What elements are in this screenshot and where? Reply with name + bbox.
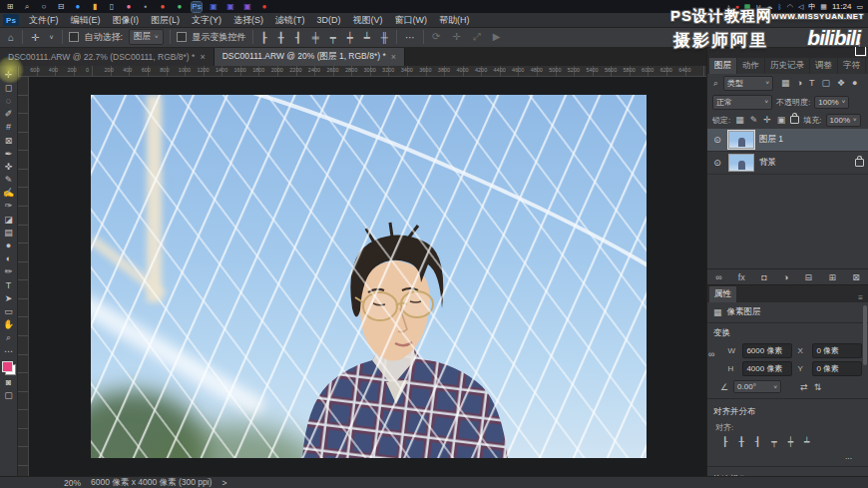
- align-bottom-icon[interactable]: ┷: [362, 32, 372, 43]
- layer-thumbnail[interactable]: [728, 131, 754, 149]
- close-tab-icon[interactable]: ×: [200, 52, 205, 62]
- distribute-v-icon[interactable]: ╫: [379, 32, 390, 43]
- menu-item[interactable]: 文字(Y): [186, 13, 227, 27]
- layer-row-background[interactable]: ⊙ 背景: [707, 152, 868, 175]
- healing-brush-tool[interactable]: ✜: [1, 160, 17, 173]
- tab-history[interactable]: 历史记录: [765, 58, 809, 74]
- menu-item[interactable]: 视图(V): [347, 13, 389, 27]
- adjustment-filter-icon[interactable]: ◑: [796, 78, 803, 88]
- x-field[interactable]: 0 像素: [812, 343, 862, 358]
- filter-toggle-icon[interactable]: ●: [851, 78, 858, 88]
- app-gray-icon[interactable]: ▪: [141, 2, 151, 12]
- menu-item[interactable]: 3D(D): [311, 13, 347, 27]
- layer-name[interactable]: 图层 1: [759, 134, 783, 146]
- y-field[interactable]: 0 像素: [812, 361, 862, 376]
- tab-adjustments[interactable]: 调整: [810, 58, 837, 74]
- visibility-eye-icon[interactable]: ⊙: [711, 158, 723, 168]
- hand-tool[interactable]: ✋: [1, 318, 17, 331]
- app-violet-icon[interactable]: ▣: [242, 2, 252, 12]
- fill-dropdown[interactable]: 100% ˅: [826, 114, 861, 127]
- layer-mask-icon[interactable]: ◘: [761, 272, 766, 282]
- visibility-eye-icon[interactable]: ⊙: [711, 135, 723, 145]
- orbit-3d-icon[interactable]: ⟳: [430, 31, 442, 43]
- search-icon[interactable]: ⌕: [22, 2, 32, 12]
- height-field[interactable]: 4000 像素: [742, 361, 792, 376]
- menu-item[interactable]: 滤镜(T): [269, 13, 311, 27]
- menu-item[interactable]: 文件(F): [23, 13, 65, 27]
- history-brush-tool[interactable]: ✑: [1, 200, 17, 213]
- home-icon[interactable]: ⌂: [6, 32, 16, 43]
- clone-stamp-tool[interactable]: ✍: [1, 187, 17, 200]
- align-bottom-icon[interactable]: ┷: [803, 437, 810, 447]
- zoom-tool[interactable]: ⌕: [1, 331, 17, 344]
- menu-item[interactable]: 帮助(H): [433, 13, 476, 27]
- layer-thumbnail[interactable]: [728, 154, 754, 172]
- layer-name[interactable]: 背景: [759, 157, 776, 169]
- align-more-button[interactable]: ...: [845, 451, 852, 461]
- filter-type-dropdown[interactable]: 类型 ˅: [723, 76, 773, 91]
- link-layers-icon[interactable]: ∞: [715, 272, 721, 282]
- task-view-icon[interactable]: ⊟: [56, 2, 66, 12]
- crop-tool[interactable]: #: [1, 121, 17, 134]
- app-pink-icon[interactable]: ●: [124, 2, 134, 12]
- chevron-down-icon[interactable]: ˅: [47, 34, 55, 41]
- edge-browser-icon[interactable]: ●: [73, 2, 83, 12]
- document-tab[interactable]: DSC00111.ARW @ 20% (图层 1, RGB/8*) *×: [215, 48, 405, 66]
- align-center-h-icon[interactable]: ╂: [276, 32, 286, 43]
- layer-style-icon[interactable]: fx: [738, 272, 745, 282]
- menu-item[interactable]: 选择(S): [227, 13, 269, 27]
- store-icon[interactable]: ▯: [107, 2, 117, 12]
- tab-properties[interactable]: 属性: [709, 286, 736, 302]
- align-right-icon[interactable]: ┨: [293, 32, 303, 43]
- width-field[interactable]: 6000 像素: [742, 343, 792, 358]
- lock-position-icon[interactable]: ✛: [762, 115, 772, 125]
- photoshop-icon[interactable]: Ps: [192, 2, 202, 12]
- app-red-icon[interactable]: ●: [158, 2, 168, 12]
- auto-select-checkbox[interactable]: [69, 32, 79, 42]
- scrollbar[interactable]: [863, 305, 867, 365]
- eraser-tool[interactable]: ◪: [1, 213, 17, 226]
- eyedropper-tool[interactable]: ✒: [1, 147, 17, 160]
- lock-all-icon[interactable]: [790, 116, 799, 124]
- flip-vertical-icon[interactable]: ⇅: [813, 382, 823, 392]
- show-transform-checkbox[interactable]: [177, 32, 187, 42]
- tab-character[interactable]: 字符: [838, 58, 865, 74]
- menu-item[interactable]: 图像(I): [107, 13, 146, 27]
- align-top-icon[interactable]: ┯: [328, 32, 338, 43]
- chat-icon[interactable]: ▭: [856, 3, 863, 11]
- foreground-color-swatch[interactable]: [2, 361, 13, 372]
- photo-document[interactable]: [91, 95, 647, 458]
- quick-selection-tool[interactable]: ✐: [1, 108, 17, 121]
- delete-layer-icon[interactable]: ⊠: [852, 272, 860, 282]
- menu-item[interactable]: 图层(L): [145, 13, 186, 27]
- align-left-icon[interactable]: ┠: [259, 32, 269, 43]
- shape-filter-icon[interactable]: ▢: [821, 78, 832, 88]
- align-left-icon[interactable]: ┠: [721, 437, 728, 447]
- status-chevron-icon[interactable]: >: [221, 478, 226, 488]
- roll-3d-icon[interactable]: ✛: [450, 31, 462, 43]
- layer-group-icon[interactable]: ⊟: [805, 272, 813, 282]
- pen-tool[interactable]: ✏: [1, 265, 17, 278]
- pan-3d-icon[interactable]: ⤢: [471, 31, 483, 43]
- distribute-h-icon[interactable]: ╪: [310, 32, 321, 43]
- screen-mode-icon[interactable]: ▢: [1, 388, 17, 401]
- quick-mask-icon[interactable]: ◙: [1, 375, 17, 388]
- color-swatches[interactable]: [2, 361, 16, 375]
- move-tool-icon[interactable]: ✛: [29, 32, 41, 43]
- align-right-icon[interactable]: ┨: [754, 437, 761, 447]
- document-tab[interactable]: DSC00111.ARW @ 22.7% (DSC00111, RGB/8*) …: [0, 48, 215, 66]
- align-middle-icon[interactable]: ┿: [787, 437, 794, 447]
- menu-item[interactable]: 编辑(E): [65, 13, 107, 27]
- premiere-icon[interactable]: ▣: [209, 2, 218, 12]
- opacity-dropdown[interactable]: 100% ˅: [814, 96, 849, 109]
- align-middle-icon[interactable]: ┿: [345, 32, 355, 43]
- tab-layers[interactable]: 图层: [709, 58, 736, 74]
- flip-horizontal-icon[interactable]: ⇄: [799, 382, 809, 392]
- brush-tool[interactable]: ✎: [1, 174, 17, 187]
- new-layer-icon[interactable]: ⊞: [828, 272, 836, 282]
- app-green-icon[interactable]: ●: [175, 2, 185, 12]
- layer-row-layer1[interactable]: ⊙ 图层 1: [707, 129, 868, 152]
- lasso-tool[interactable]: ◌: [1, 94, 17, 107]
- blend-mode-dropdown[interactable]: 正常 ˅: [712, 95, 772, 110]
- zoom-level-field[interactable]: 20%: [64, 478, 81, 488]
